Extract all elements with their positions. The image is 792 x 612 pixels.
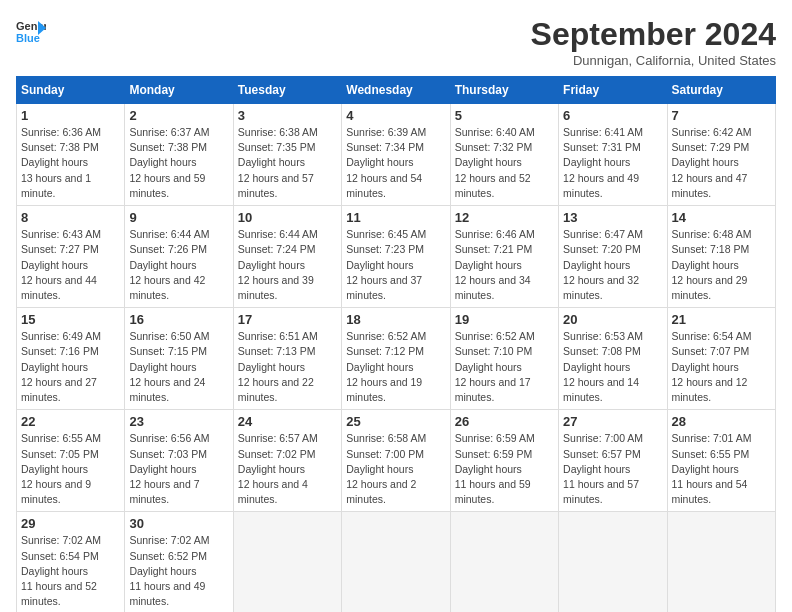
logo: General Blue (16, 16, 46, 46)
calendar-cell (667, 512, 775, 612)
day-info: Sunrise: 6:59 AMSunset: 6:59 PMDaylight … (455, 431, 554, 507)
day-number: 16 (129, 312, 228, 327)
calendar-cell (559, 512, 667, 612)
day-info: Sunrise: 6:56 AMSunset: 7:03 PMDaylight … (129, 431, 228, 507)
calendar-cell: 7Sunrise: 6:42 AMSunset: 7:29 PMDaylight… (667, 104, 775, 206)
day-info: Sunrise: 6:36 AMSunset: 7:38 PMDaylight … (21, 125, 120, 201)
day-number: 25 (346, 414, 445, 429)
calendar-cell: 24Sunrise: 6:57 AMSunset: 7:02 PMDayligh… (233, 410, 341, 512)
title-block: September 2024 Dunnigan, California, Uni… (531, 16, 776, 68)
calendar-week-4: 22Sunrise: 6:55 AMSunset: 7:05 PMDayligh… (17, 410, 776, 512)
day-number: 27 (563, 414, 662, 429)
calendar-cell: 10Sunrise: 6:44 AMSunset: 7:24 PMDayligh… (233, 206, 341, 308)
day-number: 24 (238, 414, 337, 429)
day-info: Sunrise: 6:45 AMSunset: 7:23 PMDaylight … (346, 227, 445, 303)
day-info: Sunrise: 6:49 AMSunset: 7:16 PMDaylight … (21, 329, 120, 405)
day-info: Sunrise: 6:54 AMSunset: 7:07 PMDaylight … (672, 329, 771, 405)
day-info: Sunrise: 6:58 AMSunset: 7:00 PMDaylight … (346, 431, 445, 507)
day-info: Sunrise: 6:39 AMSunset: 7:34 PMDaylight … (346, 125, 445, 201)
day-info: Sunrise: 6:37 AMSunset: 7:38 PMDaylight … (129, 125, 228, 201)
day-info: Sunrise: 6:51 AMSunset: 7:13 PMDaylight … (238, 329, 337, 405)
calendar-cell: 23Sunrise: 6:56 AMSunset: 7:03 PMDayligh… (125, 410, 233, 512)
calendar-cell: 1Sunrise: 6:36 AMSunset: 7:38 PMDaylight… (17, 104, 125, 206)
calendar-cell: 2Sunrise: 6:37 AMSunset: 7:38 PMDaylight… (125, 104, 233, 206)
calendar-cell: 4Sunrise: 6:39 AMSunset: 7:34 PMDaylight… (342, 104, 450, 206)
day-info: Sunrise: 6:43 AMSunset: 7:27 PMDaylight … (21, 227, 120, 303)
day-number: 10 (238, 210, 337, 225)
day-info: Sunrise: 6:46 AMSunset: 7:21 PMDaylight … (455, 227, 554, 303)
day-number: 3 (238, 108, 337, 123)
day-info: Sunrise: 6:47 AMSunset: 7:20 PMDaylight … (563, 227, 662, 303)
day-info: Sunrise: 7:02 AMSunset: 6:52 PMDaylight … (129, 533, 228, 609)
calendar-cell: 25Sunrise: 6:58 AMSunset: 7:00 PMDayligh… (342, 410, 450, 512)
day-number: 30 (129, 516, 228, 531)
day-number: 1 (21, 108, 120, 123)
day-number: 14 (672, 210, 771, 225)
calendar-cell: 5Sunrise: 6:40 AMSunset: 7:32 PMDaylight… (450, 104, 558, 206)
day-number: 9 (129, 210, 228, 225)
calendar-cell (233, 512, 341, 612)
calendar-week-1: 1Sunrise: 6:36 AMSunset: 7:38 PMDaylight… (17, 104, 776, 206)
calendar-cell: 18Sunrise: 6:52 AMSunset: 7:12 PMDayligh… (342, 308, 450, 410)
day-number: 21 (672, 312, 771, 327)
month-year: September 2024 (531, 16, 776, 53)
day-info: Sunrise: 6:50 AMSunset: 7:15 PMDaylight … (129, 329, 228, 405)
day-number: 15 (21, 312, 120, 327)
calendar-table: SundayMondayTuesdayWednesdayThursdayFrid… (16, 76, 776, 612)
day-number: 26 (455, 414, 554, 429)
calendar-cell: 30Sunrise: 7:02 AMSunset: 6:52 PMDayligh… (125, 512, 233, 612)
day-info: Sunrise: 7:02 AMSunset: 6:54 PMDaylight … (21, 533, 120, 609)
calendar-week-2: 8Sunrise: 6:43 AMSunset: 7:27 PMDaylight… (17, 206, 776, 308)
col-header-saturday: Saturday (667, 77, 775, 104)
day-number: 18 (346, 312, 445, 327)
day-number: 4 (346, 108, 445, 123)
day-number: 22 (21, 414, 120, 429)
day-number: 12 (455, 210, 554, 225)
day-number: 7 (672, 108, 771, 123)
day-info: Sunrise: 7:01 AMSunset: 6:55 PMDaylight … (672, 431, 771, 507)
day-info: Sunrise: 6:40 AMSunset: 7:32 PMDaylight … (455, 125, 554, 201)
calendar-cell: 19Sunrise: 6:52 AMSunset: 7:10 PMDayligh… (450, 308, 558, 410)
col-header-friday: Friday (559, 77, 667, 104)
calendar-cell (342, 512, 450, 612)
day-number: 20 (563, 312, 662, 327)
calendar-cell: 13Sunrise: 6:47 AMSunset: 7:20 PMDayligh… (559, 206, 667, 308)
day-info: Sunrise: 7:00 AMSunset: 6:57 PMDaylight … (563, 431, 662, 507)
calendar-cell: 17Sunrise: 6:51 AMSunset: 7:13 PMDayligh… (233, 308, 341, 410)
calendar-cell: 9Sunrise: 6:44 AMSunset: 7:26 PMDaylight… (125, 206, 233, 308)
day-info: Sunrise: 6:41 AMSunset: 7:31 PMDaylight … (563, 125, 662, 201)
calendar-week-5: 29Sunrise: 7:02 AMSunset: 6:54 PMDayligh… (17, 512, 776, 612)
day-info: Sunrise: 6:57 AMSunset: 7:02 PMDaylight … (238, 431, 337, 507)
page-header: General Blue September 2024 Dunnigan, Ca… (16, 16, 776, 68)
col-header-monday: Monday (125, 77, 233, 104)
calendar-cell (450, 512, 558, 612)
calendar-cell: 28Sunrise: 7:01 AMSunset: 6:55 PMDayligh… (667, 410, 775, 512)
calendar-cell: 21Sunrise: 6:54 AMSunset: 7:07 PMDayligh… (667, 308, 775, 410)
day-number: 13 (563, 210, 662, 225)
col-header-thursday: Thursday (450, 77, 558, 104)
col-header-tuesday: Tuesday (233, 77, 341, 104)
day-info: Sunrise: 6:44 AMSunset: 7:26 PMDaylight … (129, 227, 228, 303)
day-number: 6 (563, 108, 662, 123)
day-info: Sunrise: 6:42 AMSunset: 7:29 PMDaylight … (672, 125, 771, 201)
logo-icon: General Blue (16, 16, 46, 46)
calendar-cell: 6Sunrise: 6:41 AMSunset: 7:31 PMDaylight… (559, 104, 667, 206)
calendar-cell: 26Sunrise: 6:59 AMSunset: 6:59 PMDayligh… (450, 410, 558, 512)
col-header-sunday: Sunday (17, 77, 125, 104)
day-info: Sunrise: 6:53 AMSunset: 7:08 PMDaylight … (563, 329, 662, 405)
day-number: 5 (455, 108, 554, 123)
col-header-wednesday: Wednesday (342, 77, 450, 104)
day-number: 2 (129, 108, 228, 123)
location: Dunnigan, California, United States (531, 53, 776, 68)
day-number: 23 (129, 414, 228, 429)
calendar-cell: 14Sunrise: 6:48 AMSunset: 7:18 PMDayligh… (667, 206, 775, 308)
day-number: 17 (238, 312, 337, 327)
calendar-cell: 11Sunrise: 6:45 AMSunset: 7:23 PMDayligh… (342, 206, 450, 308)
day-number: 29 (21, 516, 120, 531)
calendar-cell: 3Sunrise: 6:38 AMSunset: 7:35 PMDaylight… (233, 104, 341, 206)
day-number: 28 (672, 414, 771, 429)
calendar-cell: 27Sunrise: 7:00 AMSunset: 6:57 PMDayligh… (559, 410, 667, 512)
svg-text:Blue: Blue (16, 32, 40, 44)
day-info: Sunrise: 6:52 AMSunset: 7:10 PMDaylight … (455, 329, 554, 405)
calendar-cell: 15Sunrise: 6:49 AMSunset: 7:16 PMDayligh… (17, 308, 125, 410)
